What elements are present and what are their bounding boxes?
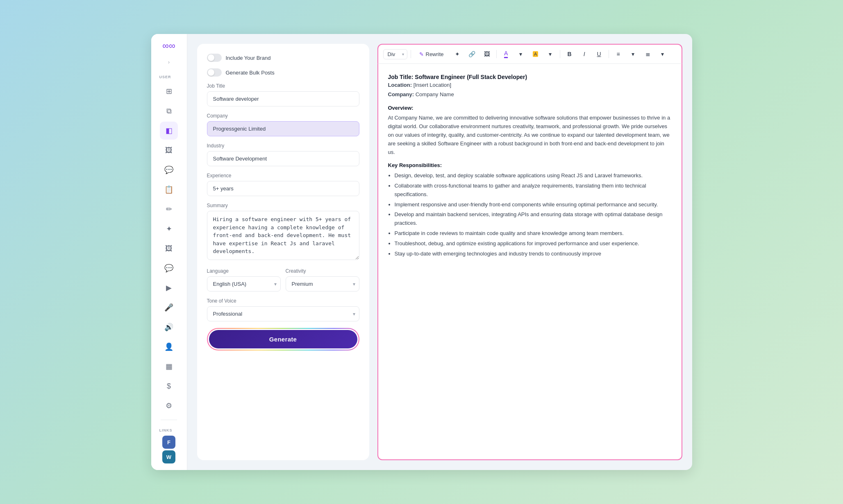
output-company-value: Company Name	[416, 91, 454, 97]
sidebar-item-settings[interactable]: ⚙	[160, 397, 178, 415]
numbered-list-dropdown-btn[interactable]: ▾	[657, 48, 669, 60]
sidebar: ∞∞ › USER ⊞ ⧉ ◧ 🖼 💬 📋 ✏ ✦ 🖼 💬 ▶ 🎤 🔊 👤 ▦ …	[151, 34, 187, 470]
underline-btn[interactable]: U	[593, 48, 605, 60]
sidebar-item-mic[interactable]: 🎤	[160, 298, 178, 316]
creativity-label: Creativity	[286, 268, 359, 274]
highlight-btn[interactable]: A	[529, 48, 542, 60]
summary-textarea[interactable]: Hiring a software engineer with 5+ years…	[207, 211, 359, 260]
language-label: Language	[207, 268, 281, 274]
underline-icon: U	[597, 51, 601, 57]
rewrite-label: Rewrite	[426, 51, 444, 57]
sparkle-toolbar-btn[interactable]: ✦	[451, 48, 464, 60]
color-dropdown-btn[interactable]: ▾	[515, 48, 527, 60]
sidebar-item-list[interactable]: 📋	[160, 181, 178, 199]
include-brand-toggle[interactable]	[207, 54, 222, 62]
bold-btn[interactable]: B	[564, 48, 576, 60]
div-select-wrapper: Div H1 H2 P ▾	[383, 49, 407, 59]
output-company-line: Company: Company Name	[388, 90, 672, 99]
creativity-select[interactable]: Premium Standard Creative	[286, 276, 359, 292]
sidebar-item-layers[interactable]: ⧉	[160, 102, 178, 120]
sidebar-item-chat2[interactable]: 💬	[160, 259, 178, 277]
creativity-group: Creativity Premium Standard Creative ▾	[286, 268, 359, 292]
div-select[interactable]: Div H1 H2 P	[383, 49, 407, 59]
language-creativity-row: Language English (USA) English (UK) Span…	[207, 268, 359, 292]
toolbar-divider-4	[609, 50, 609, 58]
experience-input[interactable]	[207, 181, 359, 196]
responsibility-5: Participate in code reviews to maintain …	[395, 229, 672, 238]
company-group: Company	[207, 113, 359, 136]
job-title-group: Job Title	[207, 83, 359, 106]
language-select-wrapper: English (USA) English (UK) Spanish Frenc…	[207, 276, 281, 292]
include-brand-label: Include Your Brand	[226, 55, 271, 61]
responsibility-2: Collaborate with cross-functional teams …	[395, 182, 672, 199]
output-location-line: Location: [Insert Location]	[388, 81, 672, 90]
highlight-dropdown-btn[interactable]: ▾	[544, 48, 557, 60]
sidebar-item-pencil[interactable]: ✏	[160, 200, 178, 218]
include-brand-row: Include Your Brand	[207, 54, 359, 62]
output-company-label: Company:	[388, 91, 414, 97]
logo: ∞∞	[162, 41, 175, 51]
user-section-label: USER	[151, 75, 171, 79]
wordpress-link-btn[interactable]: W	[162, 450, 175, 463]
responsibilities-title: Key Responsibilities:	[388, 161, 672, 170]
italic-icon: I	[584, 51, 585, 57]
language-group: Language English (USA) English (UK) Span…	[207, 268, 281, 292]
job-title-label: Job Title	[207, 83, 359, 89]
sidebar-item-user[interactable]: 👤	[160, 338, 178, 356]
industry-input[interactable]	[207, 151, 359, 166]
tone-select-wrapper: Professional Casual Formal Friendly ▾	[207, 306, 359, 321]
industry-label: Industry	[207, 143, 359, 149]
text-color-icon: A	[504, 50, 508, 58]
rewrite-button[interactable]: ✎ Rewrite	[414, 49, 449, 59]
creativity-select-wrapper: Premium Standard Creative ▾	[286, 276, 359, 292]
location-label: Location:	[388, 82, 412, 88]
facebook-link-btn[interactable]: F	[162, 436, 175, 449]
sidebar-item-document[interactable]: ◧	[160, 122, 178, 140]
bold-icon: B	[568, 51, 572, 57]
responsibility-7: Stay up-to-date with emerging technologi…	[395, 250, 672, 258]
numbered-list-btn[interactable]: ≣	[642, 48, 654, 60]
job-title-input[interactable]	[207, 91, 359, 106]
list-dropdown-btn[interactable]: ▾	[627, 48, 639, 60]
sidebar-item-sparkle[interactable]: ✦	[160, 220, 178, 238]
sidebar-item-video[interactable]: ▶	[160, 279, 178, 297]
output-toolbar: Div H1 H2 P ▾ ✎ Rewrite ✦ 🔗 🖼	[377, 44, 682, 64]
sidebar-item-audio[interactable]: 🔊	[160, 318, 178, 336]
summary-group: Summary Hiring a software engineer with …	[207, 203, 359, 262]
image-toolbar-btn[interactable]: 🖼	[481, 48, 493, 60]
toolbar-divider-2	[496, 50, 497, 58]
output-panel: Div H1 H2 P ▾ ✎ Rewrite ✦ 🔗 🖼	[377, 44, 682, 460]
experience-label: Experience	[207, 173, 359, 179]
location-value: [Insert Location]	[414, 82, 452, 88]
responsibility-1: Design, develop, test, and deploy scalab…	[395, 172, 672, 180]
overview-text: At Company Name, we are committed to del…	[388, 114, 672, 156]
responsibility-4: Develop and maintain backend services, i…	[395, 210, 672, 228]
sidebar-item-table[interactable]: ▦	[160, 357, 178, 375]
main-content: Include Your Brand Generate Bulk Posts J…	[187, 34, 692, 470]
sidebar-item-image[interactable]: 🖼	[160, 141, 178, 159]
language-select[interactable]: English (USA) English (UK) Spanish Frenc…	[207, 276, 281, 292]
toolbar-divider-1	[411, 50, 411, 58]
sidebar-item-image2[interactable]: 🖼	[160, 240, 178, 258]
link-toolbar-btn[interactable]: 🔗	[466, 48, 478, 60]
responsibilities-list: Design, develop, test, and deploy scalab…	[395, 172, 672, 258]
sidebar-item-grid[interactable]: ⊞	[160, 82, 178, 100]
tone-select[interactable]: Professional Casual Formal Friendly	[207, 306, 359, 321]
bullet-list-btn[interactable]: ≡	[612, 48, 625, 60]
form-panel: Include Your Brand Generate Bulk Posts J…	[197, 44, 369, 460]
bullet-list-icon: ≡	[616, 51, 620, 57]
sidebar-item-chat[interactable]: 💬	[160, 161, 178, 179]
sidebar-chevron-icon[interactable]: ›	[168, 59, 170, 65]
summary-label: Summary	[207, 203, 359, 208]
text-color-btn[interactable]: A	[500, 48, 512, 60]
generate-bulk-toggle[interactable]	[207, 68, 222, 77]
italic-btn[interactable]: I	[578, 48, 591, 60]
generate-button[interactable]: Generate	[209, 330, 357, 348]
toolbar-divider-3	[560, 50, 560, 58]
generate-bulk-label: Generate Bulk Posts	[226, 70, 275, 76]
experience-group: Experience	[207, 173, 359, 196]
company-input[interactable]	[207, 121, 359, 136]
industry-group: Industry	[207, 143, 359, 166]
overview-title: Overview:	[388, 104, 672, 113]
sidebar-item-dollar[interactable]: $	[160, 377, 178, 395]
